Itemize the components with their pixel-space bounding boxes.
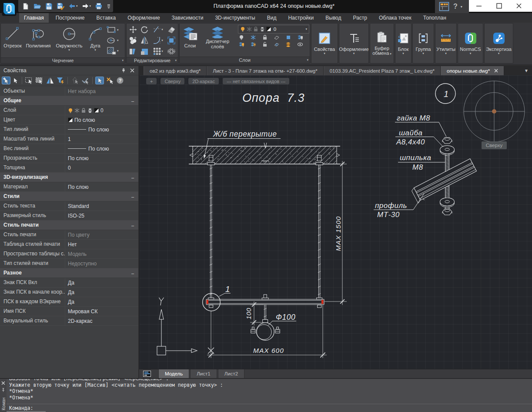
property-row[interactable]: ОбъектыНет набора: [0, 87, 138, 96]
property-row[interactable]: Масштаб типа линий1: [0, 134, 138, 144]
select-up-icon[interactable]: [70, 77, 79, 84]
doc-tab[interactable]: 0103.39.AC_President Plaza 7 этаж_ Lev.d…: [324, 66, 441, 75]
ribbon-button-utilities[interactable]: Утилиты▾: [435, 23, 456, 63]
collapse-icon[interactable]: –: [131, 223, 138, 228]
save-all-button[interactable]: [56, 1, 65, 11]
property-row[interactable]: Тип стилей печатиНедоступно: [0, 259, 138, 268]
ribbon-tab-10[interactable]: Облака точек: [374, 13, 416, 23]
ribbon-tab-9[interactable]: Растр: [348, 13, 372, 23]
close-button[interactable]: [509, 0, 529, 12]
maximize-button[interactable]: [489, 0, 509, 12]
property-value[interactable]: ISO-25: [65, 213, 138, 219]
ribbon-button-hatch[interactable]: ▾: [107, 46, 119, 56]
ribbon-tab-5[interactable]: 3D-инструменты: [210, 13, 260, 23]
property-value[interactable]: По слою: [65, 155, 138, 161]
command-prompt[interactable]: Команда:: [9, 405, 33, 411]
property-row[interactable]: ПрозрачностьПо слою: [0, 154, 138, 163]
ribbon-button-layer-plane[interactable]: [274, 35, 280, 40]
marquee-fill-icon[interactable]: [35, 77, 44, 84]
doc-tab[interactable]: ов2 из пдф изм3.dwg*: [144, 66, 207, 75]
ribbon-tab-3[interactable]: Оформление: [123, 13, 164, 23]
ribbon-button-layer-color[interactable]: [286, 35, 291, 40]
ribbon-button-layer-freeze[interactable]: [251, 35, 256, 40]
layouts-button[interactable]: [143, 369, 151, 378]
ribbon-button-format[interactable]: Оформление▾: [339, 23, 368, 63]
app-logo[interactable]: [2, 1, 17, 16]
cursor-select-icon[interactable]: [95, 77, 104, 84]
close-icon[interactable]: [509, 0, 529, 12]
doc-tab[interactable]: Лист - 3 - План 7 этажа на отм- +27-600.…: [207, 66, 323, 75]
property-value[interactable]: По цвету: [65, 232, 138, 238]
ribbon-button-properties[interactable]: Свойства▾: [311, 23, 338, 63]
property-value[interactable]: Standard: [65, 203, 138, 209]
ribbon-button-layer-lock[interactable]: [262, 35, 268, 40]
ribbon-button-Окружность[interactable]: Окружность▾: [53, 24, 86, 57]
deselect-icon[interactable]: [106, 77, 114, 84]
ribbon-button-ellipse[interactable]: ▾: [107, 35, 119, 46]
property-value[interactable]: Модель: [65, 251, 138, 257]
minimize-button[interactable]: [469, 0, 489, 12]
drawing-canvas[interactable]: Опора 7.3 Ж/б перекрытие 1 Ф100 100 MAX …: [139, 75, 532, 369]
ribbon-button-offset[interactable]: [166, 36, 177, 45]
cmd-pin-icon[interactable]: [1, 388, 6, 392]
command-window[interactable]: Базовая точка или [Перемещение/режим] <П…: [0, 378, 532, 412]
property-row[interactable]: ПСК в каждом ВЭкранеДа: [0, 297, 138, 307]
property-row[interactable]: Тип линийПо слою: [0, 125, 138, 134]
open-file-button[interactable]: [32, 1, 42, 11]
property-row[interactable]: ЦветПо слою: [0, 115, 138, 125]
select-icon[interactable]: [12, 77, 19, 84]
collapse-icon[interactable]: –: [131, 98, 138, 104]
ribbon-button-rotate[interactable]: [139, 25, 150, 34]
property-value[interactable]: Недоступно: [65, 261, 138, 267]
ribbon-button-stretch[interactable]: [127, 47, 139, 56]
ribbon-button-layers-refresh[interactable]: [274, 42, 280, 47]
undo-button[interactable]: ▾: [67, 1, 79, 11]
ribbon-tab-1[interactable]: Построение: [51, 13, 90, 23]
ribbon-button-layer-visibility[interactable]: [298, 42, 303, 47]
property-value[interactable]: Да: [65, 299, 138, 305]
ribbon-button-Полилиния[interactable]: Полилиния: [24, 24, 53, 57]
ribbon-button-expertise[interactable]: Экспертиза▾: [485, 23, 513, 63]
property-row[interactable]: Знак ПСК ВклДа: [0, 278, 138, 288]
help-button[interactable]: ?: [453, 3, 458, 10]
marquee-select-icon[interactable]: [25, 77, 33, 84]
ribbon-button-block[interactable]: Блок▾: [395, 23, 411, 63]
collapse-icon[interactable]: –: [131, 175, 138, 180]
ribbon-button-Отрезок[interactable]: Отрезок: [1, 24, 24, 57]
property-row[interactable]: Вес линийПо слою: [0, 144, 138, 154]
redo-button[interactable]: ▾: [81, 1, 92, 11]
ribbon-button-array[interactable]: ▾: [150, 47, 166, 56]
property-row[interactable]: Таблица стилей печатиНет: [0, 240, 138, 249]
property-value[interactable]: По слою: [65, 146, 138, 152]
help-icon[interactable]: ?: [116, 77, 124, 84]
property-section[interactable]: Разное–: [0, 268, 138, 278]
ribbon-button-group[interactable]: Группа▾: [413, 23, 434, 63]
ribbon-toggle-button[interactable]: [438, 1, 451, 12]
ribbon-button-layers-thaw-all[interactable]: [251, 42, 256, 47]
ribbon-button-clipboard[interactable]: Буферобмена▾: [370, 23, 394, 63]
ribbon-button-normacs[interactable]: NormaCS▾: [458, 23, 483, 63]
cmd-close-icon[interactable]: [1, 381, 6, 385]
panel-footer-editing[interactable]: Редактирование▾: [127, 57, 178, 63]
ribbon-button-layer-lamp-all[interactable]: [298, 35, 303, 40]
property-value[interactable]: 2D-каркас: [65, 318, 138, 324]
property-section[interactable]: Общие–: [0, 96, 138, 106]
property-row[interactable]: МатериалПо слою: [0, 182, 138, 192]
property-value[interactable]: 0: [65, 107, 138, 114]
ribbon-button-layer-on[interactable]: [239, 35, 244, 40]
close-panel-icon[interactable]: [130, 68, 135, 73]
ribbon-button-layer-manager[interactable]: Диспетчер слоёв: [200, 24, 235, 56]
ribbon-button-mirror[interactable]: [139, 36, 150, 45]
viewport-view-button[interactable]: Сверху: [161, 78, 184, 84]
property-row[interactable]: Слой0: [0, 106, 138, 115]
property-row[interactable]: Визуальный стиль2D-каркас: [0, 316, 138, 326]
ribbon-tab-0[interactable]: Главная: [19, 13, 49, 23]
ribbon-button-erase[interactable]: [166, 25, 177, 34]
doc-tab-active[interactable]: опоры новые.dwg*: [441, 66, 504, 75]
property-value[interactable]: Нет: [65, 241, 138, 248]
ribbon-button-layers-orange[interactable]: [286, 42, 291, 47]
ribbon-button-layers-on-all[interactable]: [239, 42, 244, 47]
tab-close-icon[interactable]: [494, 69, 498, 73]
ribbon-button-fillet[interactable]: ▾: [150, 36, 166, 45]
ribbon-button-Дуга[interactable]: Дуга▾: [86, 24, 105, 57]
